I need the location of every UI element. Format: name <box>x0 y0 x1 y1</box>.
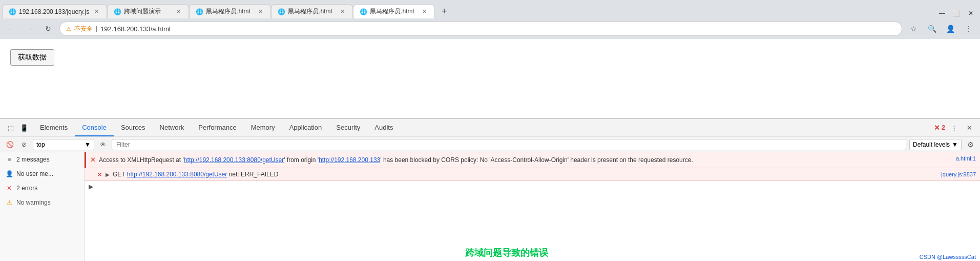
tab-network[interactable]: Network <box>153 119 192 136</box>
tab-audits[interactable]: Audits <box>367 119 400 136</box>
devtools-more-button[interactable]: ⋮ <box>947 121 961 134</box>
reload-button[interactable]: ↻ <box>41 22 55 36</box>
devtools-tabs: Elements Console Sources Network Perform… <box>33 119 934 136</box>
error-link-3[interactable]: http://192.168.200.133:8080/getUser <box>127 171 227 178</box>
error-icon-1: ✕ <box>90 156 96 164</box>
console-error-text-2: GET http://192.168.200.133:8080/getUser … <box>113 171 278 178</box>
console-output: ✕ Access to XMLHttpRequest at 'http://19… <box>85 152 980 261</box>
insecure-icon: ⚠ <box>66 26 71 32</box>
expand-arrow[interactable]: ▶ <box>106 172 110 177</box>
close-window-button[interactable]: ✕ <box>966 8 976 18</box>
browser-tab-5[interactable]: 🌐 黑马程序员.html ✕ <box>353 4 435 18</box>
sidebar-warnings-label: No warnings <box>16 199 79 206</box>
error-x-icon: ✕ <box>934 124 940 132</box>
tab-console[interactable]: Console <box>75 119 114 136</box>
devtools-header-actions: ✕ 2 ⋮ ✕ <box>934 121 976 134</box>
window-controls: — ⬜ ✕ <box>937 8 980 18</box>
back-button[interactable]: ← <box>4 22 18 36</box>
tab-label-4: 黑马程序员.html <box>288 7 335 16</box>
tab-close-1[interactable]: ✕ <box>92 8 100 16</box>
devtools-close-button[interactable]: ✕ <box>963 121 976 134</box>
bookmark-button[interactable]: ☆ <box>906 22 921 36</box>
url-text: 192.168.200.133/a.html <box>100 25 171 33</box>
devtools-panel: ⬚ 📱 Elements Console Sources Network Per… <box>0 118 980 261</box>
forward-button[interactable]: → <box>23 22 37 36</box>
error-circle-icon: ✕ <box>5 184 13 192</box>
get-data-button[interactable]: 获取数据 <box>10 49 54 66</box>
levels-dropdown-icon: ▼ <box>952 141 958 148</box>
sidebar-item-errors[interactable]: ✕ 2 errors <box>0 181 84 195</box>
page-content: 获取数据 <box>0 39 980 118</box>
tab-close-2[interactable]: ✕ <box>174 8 182 16</box>
filter-input[interactable] <box>112 139 906 150</box>
error-count-badge: ✕ 2 <box>934 124 945 132</box>
tab-bar: 🌐 192.168.200.133/jquery.js ✕ 🌐 跨域问题演示 ✕… <box>0 0 980 18</box>
tab-favicon-2: 🌐 <box>114 8 121 15</box>
error-location-1[interactable]: a.html:1 <box>956 155 976 162</box>
levels-selector[interactable]: Default levels ▼ <box>909 139 962 150</box>
console-prompt[interactable]: ▶ <box>85 181 980 192</box>
devtools-toolbar: 🚫 ⊘ top ▼ 👁 Default levels ▼ ⚙ <box>0 137 980 152</box>
browser-tab-4[interactable]: 🌐 黑马程序员.html ✕ <box>271 4 353 18</box>
eye-button[interactable]: 👁 <box>97 139 109 150</box>
tab-memory[interactable]: Memory <box>244 119 282 136</box>
console-error-text-1: Access to XMLHttpRequest at 'http://192.… <box>99 155 953 165</box>
browser-tab-1[interactable]: 🌐 192.168.200.133/jquery.js ✕ <box>2 4 107 18</box>
tab-performance[interactable]: Performance <box>191 119 243 136</box>
context-selector[interactable]: top ▼ <box>33 139 94 150</box>
menu-button[interactable]: ⋮ <box>962 22 976 36</box>
list-icon: ≡ <box>5 155 13 164</box>
new-tab-button[interactable]: + <box>437 4 451 18</box>
profile-button[interactable]: 👤 <box>943 22 957 36</box>
console-error-2: ✕ ▶ GET http://192.168.200.133:8080/getU… <box>85 168 980 181</box>
devtools-header: ⬚ 📱 Elements Console Sources Network Per… <box>0 119 980 137</box>
tab-application[interactable]: Application <box>282 119 329 136</box>
clear-console-button[interactable]: 🚫 <box>4 139 15 150</box>
tab-elements[interactable]: Elements <box>33 119 75 136</box>
sidebar-item-user[interactable]: 👤 No user me... <box>0 167 84 181</box>
console-settings-button[interactable]: ⚙ <box>965 139 976 150</box>
tab-close-4[interactable]: ✕ <box>338 8 346 16</box>
warning-icon: ⚠ <box>5 198 13 207</box>
address-bar: ← → ↻ ⚠ 不安全 | 192.168.200.133/a.html ☆ 🔍… <box>0 18 980 39</box>
sidebar-user-label: No user me... <box>16 170 79 177</box>
context-dropdown-icon: ▼ <box>85 141 91 148</box>
tab-label-3: 黑马程序员.html <box>206 7 253 16</box>
browser-tab-2[interactable]: 🌐 跨域问题演示 ✕ <box>107 4 189 18</box>
tab-favicon-1: 🌐 <box>9 8 16 15</box>
tab-close-5[interactable]: ✕ <box>420 8 428 16</box>
tab-favicon-4: 🌐 <box>278 8 285 15</box>
tab-label-2: 跨域问题演示 <box>124 7 171 16</box>
sidebar-item-warnings[interactable]: ⚠ No warnings <box>0 195 84 210</box>
minimize-button[interactable]: — <box>937 8 947 18</box>
error-icon-2: ✕ <box>97 171 102 178</box>
error-location-2[interactable]: jquery.js:9837 <box>941 171 976 177</box>
tab-favicon-5: 🌐 <box>360 8 367 15</box>
error-link-2[interactable]: http://192.168.200.133 <box>319 156 380 164</box>
address-separator: | <box>96 25 97 32</box>
tab-label-1: 192.168.200.133/jquery.js <box>19 8 89 15</box>
user-icon: 👤 <box>5 170 13 178</box>
tab-label-5: 黑马程序员.html <box>370 7 417 16</box>
tab-security[interactable]: Security <box>329 119 367 136</box>
maximize-button[interactable]: ⬜ <box>951 8 962 18</box>
devtools-device-button[interactable]: 📱 <box>17 121 31 134</box>
devtools-body: ≡ 2 messages 👤 No user me... ✕ 2 errors … <box>0 152 980 261</box>
address-input[interactable]: ⚠ 不安全 | 192.168.200.133/a.html <box>59 22 902 36</box>
error-link-1[interactable]: http://192.168.200.133:8080/getUser <box>184 156 284 164</box>
sidebar-messages-label: 2 messages <box>16 156 79 163</box>
insecure-label: 不安全 <box>74 25 93 33</box>
prompt-arrow-icon: ▶ <box>89 183 93 190</box>
devtools-inspect-button[interactable]: ⬚ <box>4 121 17 134</box>
tab-favicon-3: 🌐 <box>196 8 203 15</box>
sidebar-item-messages[interactable]: ≡ 2 messages <box>0 152 84 167</box>
tab-close-3[interactable]: ✕ <box>256 8 264 16</box>
tab-sources[interactable]: Sources <box>114 119 153 136</box>
filter-button[interactable]: ⊘ <box>18 139 30 150</box>
console-error-1: ✕ Access to XMLHttpRequest at 'http://19… <box>85 152 980 168</box>
browser-tab-3[interactable]: 🌐 黑马程序员.html ✕ <box>189 4 271 18</box>
zoom-button[interactable]: 🔍 <box>925 22 939 36</box>
sidebar-errors-label: 2 errors <box>16 185 79 192</box>
devtools-sidebar: ≡ 2 messages 👤 No user me... ✕ 2 errors … <box>0 152 85 261</box>
